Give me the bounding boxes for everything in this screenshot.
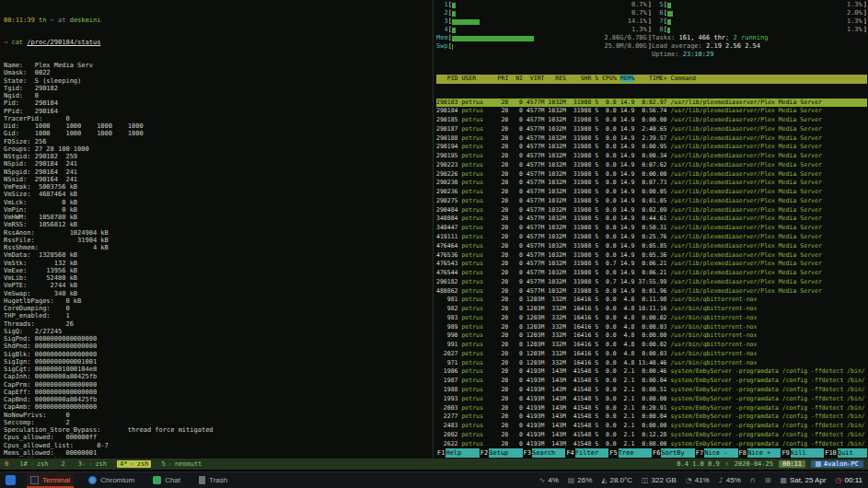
process-row[interactable]: 290185 petrus 20 0 4577M 1032M 31908 S 0… (436, 116, 867, 125)
fkey-setup[interactable]: F2Setup (480, 448, 523, 458)
process-row[interactable]: 971 petrus 20 0 1203M 332M 16416 S 0.0 4… (436, 359, 867, 368)
tray-memory[interactable]: ▤26% (568, 476, 593, 484)
fkey-kill[interactable]: F9Kill (781, 448, 824, 458)
column-header-command[interactable]: Command (671, 75, 696, 82)
tray-volume[interactable]: ♪45% (719, 476, 741, 484)
column-header-user[interactable]: USER (461, 75, 493, 82)
app-launcher-icon[interactable] (6, 475, 16, 485)
process-row[interactable]: 290194 petrus 20 0 4577M 1032M 31908 S 0… (436, 143, 867, 152)
process-row[interactable]: 290223 petrus 20 0 4577M 1032M 31908 S 0… (436, 161, 867, 170)
fkey-search[interactable]: F3Search (523, 448, 566, 458)
fkey-quit[interactable]: F10Quit (824, 448, 867, 458)
taskbar-date[interactable]: ▦Sat, 25 Apr (780, 476, 826, 484)
process-row[interactable]: 348447 petrus 20 0 4577M 1032M 31908 S 0… (436, 224, 867, 233)
tray-disk[interactable]: ◫322 GB (642, 476, 677, 484)
tmux-date: 2020-04-25 (735, 460, 773, 468)
process-row[interactable]: 290182 petrus 20 0 4577M 1032M 31908 S 0… (436, 278, 867, 287)
process-row[interactable]: 2483 petrus 20 0 4193M 143M 41548 S 0.0 … (436, 422, 867, 431)
column-header-cpu[interactable]: CPU% (602, 75, 617, 82)
process-row[interactable]: 1987 petrus 20 0 4193M 143M 41548 S 0.0 … (436, 377, 867, 386)
process-row[interactable]: 290195 petrus 20 0 4577M 1032M 31908 S 0… (436, 152, 867, 161)
tmux-window-1[interactable]: 1#›zsh (17, 460, 51, 468)
column-header-ni[interactable]: NI (512, 75, 523, 82)
process-row[interactable]: 290230 petrus 20 0 4577M 1032M 31908 S 0… (436, 179, 867, 188)
status-line: SigBlk: 0000000000000000 (4, 351, 431, 358)
process-row[interactable]: 340804 petrus 20 0 4577M 1032M 31908 S 0… (436, 215, 867, 224)
process-row[interactable]: 476536 petrus 20 0 4577M 1032M 31908 S 0… (436, 251, 867, 261)
htop-uptime: Uptime: 23:10:29 (652, 51, 867, 59)
right-terminal-pane-htop[interactable]: 1[0.7%] 2[0.7%] 3[14.1%] 4[1.3%]Mem[2.86… (436, 1, 867, 458)
process-row[interactable]: 290183 petrus 20 0 4577M 1032M 31908 S 0… (436, 99, 867, 108)
column-header-mem[interactable]: MEM% (620, 75, 635, 82)
process-row[interactable]: 2622 petrus 20 0 4193M 143M 41548 S 0.0 … (436, 440, 867, 447)
column-header-virt[interactable]: VIRT (527, 75, 545, 82)
process-row[interactable]: 290484 petrus 20 0 4577M 1032M 31908 S 0… (436, 206, 867, 215)
process-row[interactable]: 991 petrus 20 0 1203M 332M 16416 S 0.0 4… (436, 341, 867, 350)
process-row[interactable]: 2003 petrus 20 0 4193M 143M 41548 S 0.0 … (436, 404, 867, 413)
process-row[interactable]: 1993 petrus 20 0 4193M 143M 41548 S 0.0 … (436, 395, 867, 404)
tmux-pane-divider[interactable] (433, 0, 434, 459)
process-row[interactable]: 2277 petrus 20 0 4193M 143M 41548 S 0.0 … (436, 412, 867, 422)
column-header-shr[interactable]: SHR (570, 75, 591, 82)
prompt-user: tn (39, 17, 46, 24)
tray-display[interactable]: ⊞ (765, 476, 771, 484)
process-row[interactable]: 476464 petrus 20 0 4577M 1032M 31908 S 0… (436, 242, 867, 251)
process-row[interactable]: 989 petrus 20 0 1203M 332M 16416 S 0.0 4… (436, 323, 867, 332)
process-row[interactable]: 982 petrus 20 0 1203M 332M 16416 S 0.0 4… (436, 305, 867, 314)
process-row[interactable]: 290188 petrus 20 0 4577M 1032M 31908 S 0… (436, 134, 867, 144)
fkey-nice-[interactable]: F7Nice - (695, 448, 738, 458)
process-row[interactable]: 990 petrus 20 0 1203M 332M 16416 S 0.0 4… (436, 331, 867, 341)
tray-headphones[interactable]: ∩ (750, 476, 756, 484)
fkey-tree[interactable]: F5Tree (608, 448, 652, 458)
column-header-time[interactable]: TIME+ (638, 75, 666, 82)
fkey-filter[interactable]: F4Filter (565, 448, 608, 458)
process-row[interactable]: 290184 petrus 20 0 4577M 1032M 31908 S 0… (436, 107, 867, 116)
column-header-s[interactable]: S (595, 75, 598, 82)
process-row[interactable]: 2027 petrus 20 0 1203M 332M 16416 S 0.0 … (436, 350, 867, 359)
process-row[interactable]: 1906 petrus 20 0 4193M 143M 41548 S 0.0 … (436, 367, 867, 377)
process-row[interactable]: 419111 petrus 20 0 4577M 1032M 31908 S 0… (436, 233, 867, 242)
taskbar-app-terminal[interactable]: Terminal (27, 472, 74, 488)
taskbar-app-trash[interactable]: Trash (195, 472, 231, 488)
taskbar-app-chromium[interactable]: Chromium (85, 472, 138, 488)
process-row[interactable]: 2002 petrus 20 0 4193M 143M 41548 S 0.0 … (436, 431, 867, 440)
tmux-window-4[interactable]: 4*›zsh (117, 460, 151, 468)
column-header-pri[interactable]: PRI (498, 75, 509, 82)
fkey-nice-[interactable]: F8Nice + (738, 448, 781, 458)
process-row[interactable]: 1988 petrus 20 0 4193M 143M 41548 S 0.0 … (436, 386, 867, 395)
status-line: NSpid: 290184 241 (4, 160, 431, 168)
process-row[interactable]: 983 petrus 20 0 1203M 332M 16416 S 0.0 4… (436, 314, 867, 323)
terminal-icon (30, 476, 39, 484)
status-line: Tgid: 290182 (4, 85, 431, 92)
taskbar-app-chat[interactable]: Chat (149, 472, 184, 488)
process-row[interactable]: 480862 petrus 20 0 4577M 1032M 31908 S 0… (436, 287, 867, 296)
process-row[interactable]: 476543 petrus 20 0 4577M 1032M 31908 S 0… (436, 260, 867, 269)
tmux-window-2[interactable]: 2 (59, 460, 68, 468)
fkey-sortby[interactable]: F6SortBy (652, 448, 695, 458)
prompt-path: ~ (51, 17, 54, 24)
cpu-meter-4: 4[1.3%] (436, 26, 652, 34)
htop-table-header[interactable]: PID USER PRI NI VIRT RES SHR S CPU% MEM%… (436, 75, 867, 84)
taskbar-clock[interactable]: ◷00:11 (836, 476, 862, 484)
process-row[interactable]: 476544 petrus 20 0 4577M 1032M 31908 S 0… (436, 269, 867, 278)
tray-cpu[interactable]: ∿4% (538, 476, 558, 484)
tmux-window-3[interactable]: 3-›zsh (75, 460, 110, 468)
process-row[interactable]: 290275 petrus 20 0 4577M 1032M 31908 S 0… (436, 197, 867, 206)
tray-brightness[interactable]: ◔41% (686, 476, 710, 484)
status-line: FDSize: 256 (4, 138, 431, 145)
tmux-window-5[interactable]: 5›neomutt (158, 460, 204, 468)
process-row[interactable]: 290187 petrus 20 0 4577M 1032M 31908 S 0… (436, 125, 867, 134)
process-row[interactable]: 290236 petrus 20 0 4577M 1032M 31908 S 0… (436, 188, 867, 197)
htop-meter-col-right: 5[1.3%] 6[2.0%] 7[1.3%] 8[1.3%] Tasks: 1… (652, 1, 867, 59)
process-row[interactable]: 290226 petrus 20 0 4577M 1032M 31908 S 0… (436, 170, 867, 180)
column-header-pid[interactable]: PID (436, 75, 457, 82)
left-terminal-pane[interactable]: 00:11:39 tn ~ at deskmini → cat /proc/29… (4, 1, 431, 458)
status-line: CapEff: 0000000000000000 (4, 389, 431, 396)
proc-status-output: Name: Plex Media ServUmask: 0022State: S… (4, 62, 431, 458)
command-line: → cat /proc/290184/status (4, 39, 431, 46)
status-line: RssShmem: 4 kB (4, 244, 431, 251)
process-row[interactable]: 981 petrus 20 0 1203M 332M 16416 S 0.0 4… (436, 296, 867, 305)
fkey-help[interactable]: F1Help (436, 448, 480, 458)
tray-temperature[interactable]: ◭28.0°C (601, 476, 632, 484)
column-header-res[interactable]: RES (548, 75, 566, 82)
